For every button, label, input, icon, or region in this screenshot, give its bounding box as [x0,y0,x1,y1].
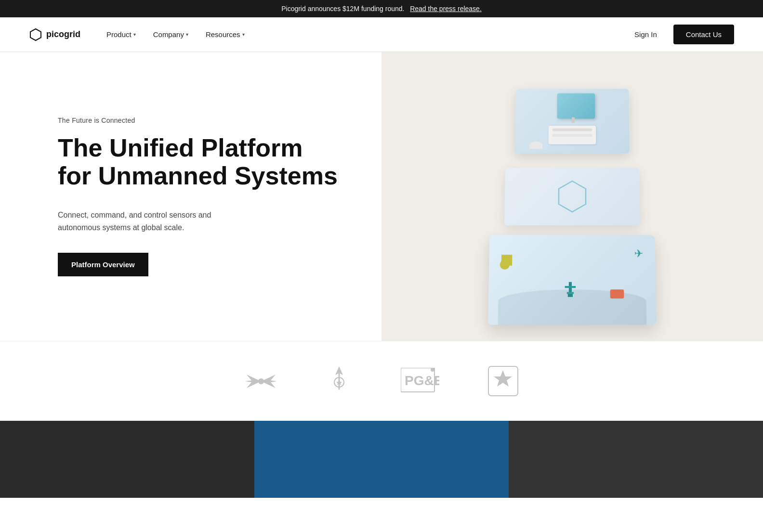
chevron-down-icon: ▾ [133,32,136,37]
hero-description: Connect, command, and control sensors an… [58,209,241,234]
logo-icon [29,28,42,41]
announcement-bar: Picogrid announces $12M funding round. R… [0,0,763,17]
svg-rect-4 [567,292,574,294]
svg-rect-3 [565,286,576,288]
network-layer [504,168,640,226]
partner-usarmy [487,365,519,397]
hero-illustration: ✈ [382,52,763,341]
card-preview-1 [0,421,254,498]
ussf-logo [326,365,353,397]
tower-icon [565,282,576,297]
card-preview-3 [509,421,763,498]
nav-product[interactable]: Product ▾ [100,26,143,42]
partner-ussf [326,365,353,397]
logo-text: picogrid [46,29,80,39]
hero-section: The Future is Connected The Unified Plat… [0,52,763,341]
logo[interactable]: picogrid [29,28,80,41]
contact-us-button[interactable]: Contact Us [673,25,734,44]
hero-tagline: The Future is Connected [58,117,343,124]
svg-marker-0 [30,29,41,40]
nav-links: Product ▾ Company ▾ Resources ▾ [100,26,628,42]
nav-right: Sign In Contact Us [628,25,734,44]
svg-marker-1 [559,181,586,212]
command-layer [515,89,630,154]
hero-cta-button[interactable]: Platform Overview [58,253,148,276]
nav-company[interactable]: Company ▾ [146,26,195,42]
svg-point-13 [431,368,434,372]
partner-pge: PG&E [401,368,439,394]
svg-marker-15 [494,370,512,387]
svg-text:PG&E: PG&E [405,373,439,388]
sign-in-button[interactable]: Sign In [628,26,664,42]
svg-point-6 [258,378,264,384]
cards-preview [0,421,763,498]
partner-usaf [244,368,278,394]
usarmy-logo [487,365,519,397]
hexagon-icon [553,177,592,216]
partners-section: PG&E [0,341,763,421]
hero-title: The Unified Platform for Unmanned System… [58,134,343,190]
nav-resources[interactable]: Resources ▾ [199,26,251,42]
announcement-text: Picogrid announces $12M funding round. [281,5,404,13]
navbar: picogrid Product ▾ Company ▾ Resources ▾… [0,17,763,52]
hero-left: The Future is Connected The Unified Plat… [0,52,382,341]
pge-logo: PG&E [401,368,439,394]
chevron-down-icon: ▾ [186,32,188,37]
card-preview-2 [254,421,509,498]
svg-rect-5 [568,294,573,297]
chevron-down-icon: ▾ [242,32,245,37]
usaf-logo [244,368,278,394]
platform-3d-illustration: ✈ [468,75,676,324]
terrain-layer: ✈ [488,235,657,324]
announcement-link[interactable]: Read the press release. [410,5,482,13]
